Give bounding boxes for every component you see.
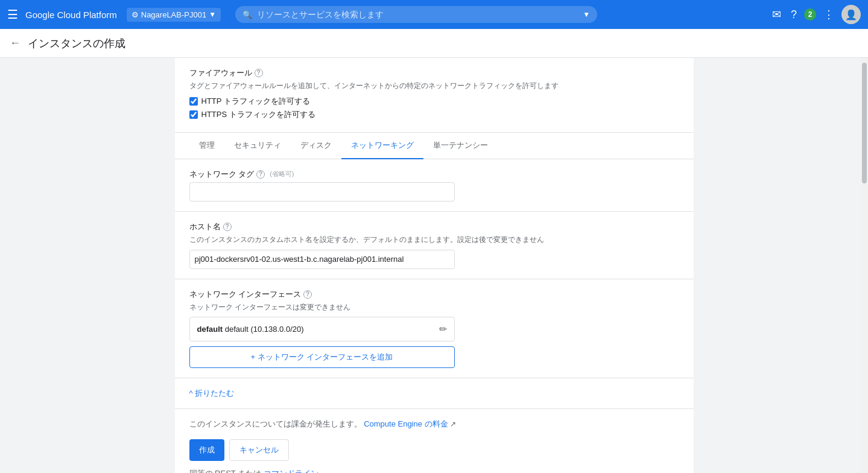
hostname-input[interactable] [189,250,455,269]
cost-notice-text: このインスタンスについては課金が発生します。 [189,419,362,428]
firewall-desc: タグとファイアウォールルールを追加して、インターネットからの特定のネットワークト… [189,81,679,91]
add-network-button[interactable]: + ネットワーク インターフェースを追加 [189,346,455,368]
cost-notice: このインスタンスについては課金が発生します。 Compute Engine の料… [189,419,679,430]
network-interface-item: default default (10.138.0.0/20) ✏ [189,317,455,341]
form-footer: このインスタンスについては課金が発生します。 Compute Engine の料… [175,409,694,473]
http-label: HTTP トラフィックを許可する [201,96,310,107]
firewall-help-icon[interactable]: ? [255,69,263,77]
notification-badge[interactable]: 2 [804,8,816,21]
tab-security[interactable]: セキュリティ [224,133,291,159]
form-container: ファイアウォール ? タグとファイアウォールルールを追加して、インターネットから… [175,58,694,473]
tab-sole-tenancy[interactable]: 単一テナンシー [423,133,498,159]
main-content: ファイアウォール ? タグとファイアウォールルールを追加して、インターネットから… [0,58,868,473]
network-tag-hint: (省略可) [270,170,294,179]
tab-disk[interactable]: ディスク [291,133,341,159]
network-tag-group: ネットワーク タグ ? (省略可) [175,159,694,212]
rest-text: 同等の REST または [189,469,262,473]
hostname-label-text: ホスト名 [189,221,221,232]
back-button[interactable]: ← [10,37,21,49]
cancel-button[interactable]: キャンセル [229,439,289,461]
project-name: NagareLAB-PJ001 [141,10,206,19]
project-icon: ⚙ [131,10,139,19]
create-button[interactable]: 作成 [189,439,224,461]
edit-network-icon[interactable]: ✏ [439,323,447,335]
network-tag-input[interactable] [189,182,455,202]
hostname-group: ホスト名 ? このインスタンスのカスタムホスト名を設定するか、デフォルトのままに… [175,212,694,279]
firewall-label-text: ファイアウォール [189,68,252,78]
navbar-right: ✉ ? 2 ⋮ 👤 [770,5,861,24]
collapse-section[interactable]: ^ 折りたたむ [175,378,694,409]
firewall-section: ファイアウォール ? タグとファイアウォールルールを追加して、インターネットから… [175,58,694,133]
https-checkbox[interactable] [189,110,198,119]
project-selector[interactable]: ⚙ NagareLAB-PJ001 ▼ [127,8,221,22]
page-header: ← インスタンスの作成 [0,29,868,58]
mail-icon[interactable]: ✉ [770,5,784,24]
network-interface-desc: ネットワーク インターフェースは変更できません [189,302,679,313]
project-dropdown-arrow: ▼ [209,10,216,19]
scrollbar[interactable] [861,58,868,473]
more-icon[interactable]: ⋮ [821,5,837,24]
network-interface-label-text: ネットワーク インターフェース [189,289,302,300]
search-bar[interactable]: 🔍 ▼ [235,6,597,23]
hostname-help-icon[interactable]: ? [223,223,232,231]
network-interface-details: default (10.138.0.0/20) [223,325,303,334]
hostname-label: ホスト名 ? [189,221,679,232]
network-interface-group: ネットワーク インターフェース ? ネットワーク インターフェースは変更できませ… [175,279,694,379]
app-logo: Google Cloud Platform [25,10,117,20]
search-dropdown-icon: ▼ [583,10,590,19]
avatar[interactable]: 👤 [841,5,861,24]
tabs: 管理 セキュリティ ディスク ネットワーキング 単一テナンシー [175,133,694,159]
cost-link[interactable]: Compute Engine の料金 [364,419,448,428]
network-tag-label: ネットワーク タグ ? (省略可) [189,169,679,180]
menu-icon[interactable]: ☰ [7,7,18,22]
http-checkbox-row: HTTP トラフィックを許可する [189,96,679,107]
help-icon[interactable]: ? [788,6,799,24]
network-interface-label: ネットワーク インターフェース ? [189,289,679,300]
network-tag-label-text: ネットワーク タグ [189,169,255,180]
network-interface-text: default default (10.138.0.0/20) [197,325,304,334]
tab-kanri[interactable]: 管理 [189,133,224,159]
command-link[interactable]: コマンドライン [264,469,318,473]
http-checkbox[interactable] [189,97,198,106]
tab-networking[interactable]: ネットワーキング [341,133,423,159]
scrollbar-thumb[interactable] [862,63,867,183]
network-interface-help-icon[interactable]: ? [303,290,312,299]
navbar: ☰ Google Cloud Platform ⚙ NagareLAB-PJ00… [0,0,868,29]
firewall-label: ファイアウォール ? [189,68,679,78]
search-input[interactable] [257,10,578,19]
https-label: HTTPS トラフィックを許可する [201,109,315,120]
network-tag-help-icon[interactable]: ? [256,170,265,179]
network-interface-name: default [197,325,223,334]
hostname-desc: このインスタンスのカスタムホスト名を設定するか、デフォルトのままにします。設定は… [189,235,679,245]
external-link-icon: ↗ [450,420,456,428]
page-title: インスタンスの作成 [28,36,125,51]
https-checkbox-row: HTTPS トラフィックを許可する [189,109,679,120]
action-buttons: 作成 キャンセル [189,439,679,461]
search-icon: 🔍 [242,10,252,19]
rest-link: 同等の REST または コマンドライン [189,468,679,473]
